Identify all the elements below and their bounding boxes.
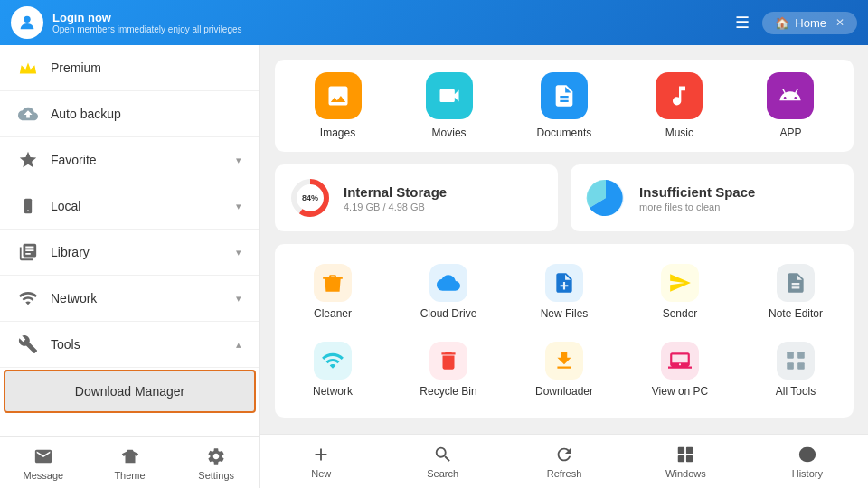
close-tab-icon[interactable]: ✕ (835, 16, 844, 29)
refresh-icon (554, 445, 574, 465)
sidebar-item-network[interactable]: Network ▾ (0, 276, 259, 322)
tool-view-on-pc[interactable]: View on PC (622, 331, 738, 408)
sidebar-item-local[interactable]: Local ▾ (0, 183, 259, 230)
svg-rect-11 (686, 446, 693, 453)
main-bottom-search[interactable]: Search (382, 435, 503, 488)
note-editor-icon (777, 264, 815, 302)
sidebar-download-manager-label: Download Manager (24, 384, 236, 399)
recycle-bin-icon (429, 342, 467, 380)
downloader-label: Downloader (535, 385, 593, 398)
main-bottom-refresh[interactable]: Refresh (504, 435, 625, 488)
cleaner-label: Cleaner (314, 307, 352, 320)
svg-rect-10 (678, 446, 684, 453)
insufficient-space-card[interactable]: Insufficient Space more files to clean (571, 164, 854, 231)
svg-rect-9 (797, 362, 805, 370)
view-on-pc-label: View on PC (652, 385, 708, 398)
tool-network[interactable]: Network (275, 331, 391, 408)
tool-sender[interactable]: Sender (622, 253, 738, 331)
svg-rect-6 (787, 352, 794, 359)
file-type-documents[interactable]: Documents (537, 72, 592, 139)
tool-cleaner[interactable]: Cleaner (275, 253, 391, 331)
sidebar-bottom-settings[interactable]: Settings (173, 437, 259, 488)
file-types-row: Images Movies Documents (275, 60, 854, 152)
recycle-bin-label: Recycle Bin (420, 385, 476, 398)
tool-new-files[interactable]: New Files (506, 253, 622, 331)
phone-icon (18, 196, 38, 216)
sidebar-item-tools[interactable]: Tools ▴ (0, 322, 259, 368)
tool-all-tools[interactable]: All Tools (738, 331, 854, 408)
tool-note-editor[interactable]: Note Editor (738, 253, 854, 331)
internal-storage-text: Internal Storage 4.19 GB / 4.98 GB (344, 184, 447, 212)
windows-icon (675, 445, 695, 465)
sidebar-item-download-manager[interactable]: Download Manager (4, 370, 256, 413)
main-container: Images Movies Documents (260, 45, 868, 488)
chevron-down-icon: ▾ (236, 155, 241, 166)
sidebar-auto-backup-label: Auto backup (51, 107, 241, 121)
tool-downloader[interactable]: Downloader (506, 331, 622, 408)
avatar[interactable] (11, 6, 43, 39)
file-type-images[interactable]: Images (315, 72, 362, 139)
internal-storage-title: Internal Storage (344, 184, 447, 200)
sender-icon (661, 264, 699, 302)
sidebar-item-auto-backup[interactable]: Auto backup (0, 91, 259, 137)
sidebar-bottom-message[interactable]: Message (0, 437, 87, 488)
home-icon: 🏠 (775, 16, 789, 30)
downloader-icon (545, 342, 583, 380)
chevron-up-icon: ▴ (236, 339, 241, 351)
tools-icon (18, 334, 38, 354)
clock-icon (797, 445, 817, 465)
network-icon (18, 288, 38, 308)
sidebar-item-library[interactable]: Library ▾ (0, 230, 259, 276)
storage-donut: 84% (289, 177, 331, 219)
svg-rect-13 (686, 455, 693, 461)
sidebar-library-label: Library (51, 245, 223, 259)
storage-row: 84% Internal Storage 4.19 GB / 4.98 GB (275, 164, 854, 231)
sidebar-message-label: Message (24, 470, 64, 481)
svg-rect-7 (797, 352, 805, 359)
sidebar-settings-label: Settings (198, 470, 234, 481)
app-header: Login now Open members immediately enjoy… (0, 0, 868, 45)
chevron-down-icon: ▾ (236, 247, 241, 258)
svg-rect-8 (787, 362, 794, 370)
movies-icon (426, 72, 473, 119)
movies-label: Movies (432, 127, 467, 139)
sidebar-premium-label: Premium (51, 61, 241, 75)
gear-icon (206, 446, 226, 466)
insufficient-space-title: Insufficient Space (639, 184, 755, 200)
sidebar-items: Premium Auto backup Favorite ▾ (0, 45, 259, 436)
new-files-icon (545, 264, 583, 302)
pie-chart-icon (585, 177, 627, 219)
login-label[interactable]: Login now (52, 11, 726, 24)
sidebar-item-premium[interactable]: Premium (0, 45, 259, 91)
main-bottom-history[interactable]: History (747, 435, 868, 488)
sender-label: Sender (663, 307, 698, 320)
file-type-music[interactable]: Music (656, 72, 703, 139)
sidebar-local-label: Local (51, 199, 223, 213)
shirt-icon (120, 446, 140, 466)
cloud-drive-label: Cloud Drive (420, 307, 477, 320)
main-bottom-new[interactable]: New (260, 435, 382, 488)
cleaner-icon (314, 264, 352, 302)
header-text: Login now Open members immediately enjoy… (52, 11, 726, 34)
file-type-movies[interactable]: Movies (426, 72, 473, 139)
crown-icon (18, 58, 38, 78)
home-tab[interactable]: 🏠 Home ✕ (762, 12, 857, 34)
main-content: Images Movies Documents (260, 45, 868, 434)
svg-point-2 (27, 210, 29, 211)
file-type-app[interactable]: APP (767, 72, 814, 139)
hamburger-icon[interactable]: ☰ (735, 13, 750, 33)
library-icon (18, 242, 38, 262)
tool-recycle-bin[interactable]: Recycle Bin (391, 331, 506, 408)
sidebar-bottom-bar: Message Theme Settings (0, 436, 259, 488)
internal-storage-card[interactable]: 84% Internal Storage 4.19 GB / 4.98 GB (275, 164, 558, 231)
main-bottom-history-label: History (792, 468, 823, 479)
main-bottom-windows[interactable]: Windows (625, 435, 746, 488)
app-icon (767, 72, 814, 119)
images-label: Images (320, 127, 355, 139)
sidebar-item-favorite[interactable]: Favorite ▾ (0, 137, 259, 183)
sidebar-bottom-theme[interactable]: Theme (87, 437, 174, 488)
network-tool-icon (314, 342, 352, 380)
main-bottom-new-label: New (311, 468, 331, 479)
tool-cloud-drive[interactable]: Cloud Drive (391, 253, 506, 331)
music-icon (656, 72, 703, 119)
